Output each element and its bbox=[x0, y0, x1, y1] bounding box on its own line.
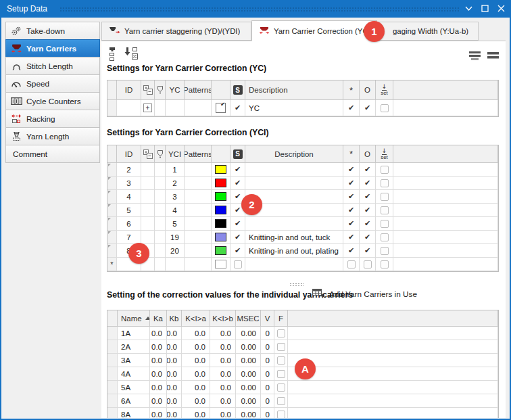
description-cell[interactable] bbox=[245, 177, 343, 190]
kb-cell[interactable]: 0.0 bbox=[167, 340, 182, 354]
tab-engaging-width[interactable]: gaging Width (Y:Ua-b) bbox=[377, 22, 479, 41]
yci-value-cell[interactable]: 19 bbox=[166, 231, 185, 244]
set-cell[interactable] bbox=[376, 190, 393, 204]
set-cell[interactable] bbox=[376, 244, 393, 258]
star-cell[interactable]: ✔ bbox=[343, 258, 360, 271]
f-checkbox[interactable] bbox=[277, 343, 285, 351]
color-swatch[interactable] bbox=[215, 192, 226, 201]
tab-yarn-carrier-correction[interactable]: Yarn Carrier Correction (YC / YCI) bbox=[251, 20, 377, 41]
kb-cell[interactable]: 0.0 bbox=[167, 327, 182, 340]
f-cell[interactable] bbox=[274, 381, 288, 394]
sidebar-item-speed[interactable]: Speed bbox=[5, 74, 100, 93]
id-cell[interactable]: 5 bbox=[117, 204, 141, 217]
kb-cell[interactable]: 0.0 bbox=[167, 381, 182, 394]
description-cell[interactable] bbox=[245, 163, 343, 177]
name-cell[interactable]: 6A bbox=[118, 394, 150, 408]
kib-cell[interactable]: 0.0 bbox=[210, 340, 236, 354]
v-cell[interactable]: 0 bbox=[261, 408, 274, 418]
row-selector[interactable] bbox=[107, 367, 118, 381]
id-cell[interactable]: 4 bbox=[117, 190, 141, 204]
color-swatch[interactable] bbox=[215, 179, 226, 187]
yci-value-cell[interactable]: 1 bbox=[166, 163, 185, 177]
set-checkbox[interactable] bbox=[381, 166, 389, 174]
set-checkbox[interactable] bbox=[381, 233, 389, 241]
patterns-cell[interactable] bbox=[185, 204, 212, 217]
kib-cell[interactable]: 0.0 bbox=[210, 367, 236, 381]
name-cell[interactable]: 8A bbox=[118, 408, 150, 418]
msec-cell[interactable]: 0.00 bbox=[236, 340, 261, 354]
yc-set-cell[interactable] bbox=[376, 100, 393, 116]
sidebar-item-comment[interactable]: Comment bbox=[5, 145, 100, 163]
yc-s-cell[interactable]: ✔ bbox=[230, 100, 245, 116]
set-cell[interactable] bbox=[376, 177, 393, 190]
expand-cell[interactable] bbox=[141, 163, 155, 177]
f-cell[interactable] bbox=[274, 408, 288, 418]
patterns-cell[interactable] bbox=[185, 163, 212, 177]
cor-header-f[interactable]: F bbox=[274, 310, 288, 327]
carrier-stop-position-icon[interactable] bbox=[107, 47, 118, 64]
patterns-cell[interactable] bbox=[185, 244, 212, 258]
row-selector[interactable] bbox=[107, 190, 117, 204]
yci-value-cell[interactable] bbox=[166, 258, 185, 271]
row-selector[interactable] bbox=[107, 163, 117, 177]
row-selector[interactable] bbox=[107, 217, 117, 231]
v-cell[interactable]: 0 bbox=[261, 381, 274, 394]
expand-plus-icon[interactable]: + bbox=[143, 103, 152, 112]
patterns-cell[interactable] bbox=[185, 258, 212, 271]
add-yarn-carriers-button[interactable]: Add Yarn Carriers in Use bbox=[312, 288, 417, 300]
row-selector[interactable] bbox=[107, 177, 117, 190]
color-swatch-cell[interactable] bbox=[212, 231, 230, 244]
kb-cell[interactable]: 0.0 bbox=[167, 394, 182, 408]
description-cell[interactable]: Knitting-in and out, plating bbox=[245, 244, 343, 258]
name-cell[interactable]: 3A bbox=[118, 354, 150, 367]
id-cell[interactable]: 7 bbox=[117, 231, 141, 244]
splitter-grip[interactable] bbox=[289, 283, 304, 286]
close-icon[interactable] bbox=[495, 3, 507, 14]
cor-header-msec[interactable]: MSEC bbox=[236, 310, 261, 327]
msec-cell[interactable]: 0.00 bbox=[236, 354, 261, 367]
id-cell[interactable]: 2 bbox=[117, 163, 141, 177]
o-cell[interactable]: ✔ bbox=[360, 190, 376, 204]
yci-value-cell[interactable]: 2 bbox=[166, 177, 185, 190]
color-swatch-cell[interactable] bbox=[212, 217, 230, 231]
id-cell[interactable]: 3 bbox=[117, 177, 141, 190]
o-cell[interactable]: ✔ bbox=[360, 217, 376, 231]
color-swatch-cell[interactable] bbox=[212, 258, 230, 271]
cor-header-v[interactable]: V bbox=[261, 310, 274, 327]
cor-header-name[interactable]: Name bbox=[118, 310, 150, 327]
color-swatch[interactable] bbox=[215, 246, 226, 255]
row-selector[interactable] bbox=[107, 327, 118, 340]
carrier-cell[interactable] bbox=[155, 204, 166, 217]
f-checkbox[interactable] bbox=[277, 383, 285, 392]
kb-cell[interactable]: 0.0 bbox=[167, 354, 182, 367]
ka-cell[interactable]: 0.0 bbox=[150, 327, 167, 340]
set-checkbox[interactable] bbox=[381, 104, 389, 112]
kia-cell[interactable]: 0.0 bbox=[182, 340, 210, 354]
yc-description-cell[interactable]: YC bbox=[245, 100, 343, 116]
row-selector[interactable] bbox=[107, 381, 118, 394]
star-cell[interactable]: ✔ bbox=[343, 244, 360, 258]
description-cell[interactable] bbox=[245, 258, 343, 271]
set-cell[interactable] bbox=[376, 258, 393, 271]
row-selector[interactable]: * bbox=[107, 258, 117, 271]
yc-star-cell[interactable]: ✔ bbox=[343, 100, 360, 116]
color-swatch-cell[interactable] bbox=[212, 244, 230, 258]
f-checkbox[interactable] bbox=[277, 370, 285, 378]
msec-cell[interactable]: 0.00 bbox=[236, 327, 261, 340]
kb-cell[interactable]: 0.0 bbox=[167, 367, 182, 381]
msec-cell[interactable]: 0.00 bbox=[236, 381, 261, 394]
kib-cell[interactable]: 0.0 bbox=[210, 408, 236, 418]
yc-row-selector[interactable] bbox=[107, 100, 117, 116]
yci-value-cell[interactable]: 4 bbox=[166, 204, 185, 217]
star-cell[interactable]: ✔ bbox=[343, 217, 360, 231]
row-selector[interactable] bbox=[107, 231, 117, 244]
pattern-select-button[interactable]: ✔ bbox=[216, 103, 226, 113]
o-cell[interactable]: ✔ bbox=[360, 258, 376, 271]
ka-cell[interactable]: 0.0 bbox=[150, 408, 167, 418]
yci-value-cell[interactable]: 3 bbox=[166, 190, 185, 204]
name-cell[interactable]: 4A bbox=[118, 367, 150, 381]
sidebar-item-yarn-carriers[interactable]: Yarn Carriers bbox=[5, 39, 100, 57]
set-checkbox[interactable] bbox=[381, 193, 389, 201]
set-cell[interactable] bbox=[376, 204, 393, 217]
patterns-cell[interactable] bbox=[185, 231, 212, 244]
